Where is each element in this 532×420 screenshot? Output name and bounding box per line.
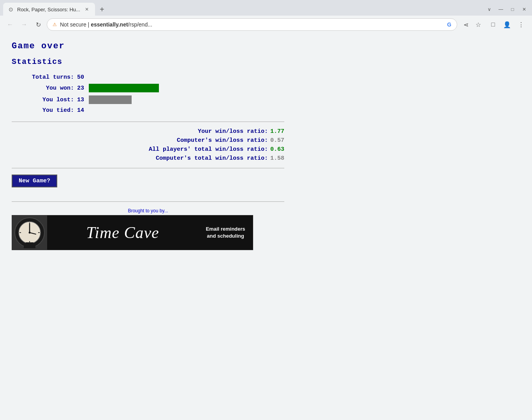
- computer-ratio-label: Computer's win/loss ratio:: [177, 137, 268, 144]
- tab-title: Rock, Paper, Scissors: Hu...: [17, 7, 80, 12]
- you-lost-label: You lost:: [12, 97, 74, 103]
- divider-3: [12, 201, 284, 202]
- ratio-section: Your win/loss ratio: 1.77 Computer's win…: [12, 128, 284, 162]
- page-content: Game over Statistics Total turns: 50 You…: [0, 34, 532, 420]
- you-tied-value: 14: [77, 107, 84, 114]
- all-players-ratio-row: All players' total win/loss ratio: 0.63: [12, 146, 284, 153]
- won-bar: [89, 84, 159, 92]
- total-turns-label: Total turns:: [12, 74, 74, 81]
- address-actions: ⋖ ☆: [460, 19, 484, 30]
- brought-by-text: Brought to you by...: [12, 208, 284, 214]
- divider-1: [12, 122, 284, 122]
- google-icon: G: [447, 21, 451, 28]
- forward-button[interactable]: →: [19, 19, 30, 30]
- all-players-ratio-label: All players' total win/loss ratio:: [149, 146, 268, 153]
- not-secure-label: Not secure |: [60, 21, 91, 28]
- browser-chrome: ⊙ Rock, Paper, Scissors: Hu... ✕ + ∨ — □…: [0, 0, 532, 34]
- chevron-down-icon[interactable]: ∨: [484, 5, 494, 14]
- ad-tagline: Email reminders and scheduling: [206, 226, 245, 240]
- you-tied-row: You tied: 14: [12, 107, 284, 114]
- you-tied-label: You tied:: [12, 107, 74, 114]
- ad-clock-image: [12, 215, 47, 250]
- svg-rect-6: [24, 244, 35, 248]
- clock-svg: [14, 217, 45, 248]
- computer-total-ratio-label: Computer's total win/loss ratio:: [156, 155, 268, 162]
- you-won-label: You won:: [12, 85, 74, 92]
- game-container: Game over Statistics Total turns: 50 You…: [12, 41, 284, 250]
- new-game-button[interactable]: New Game?: [12, 175, 57, 187]
- toolbar-right: □ 👤 ⋮: [487, 18, 527, 31]
- lost-bar: [89, 95, 132, 104]
- ad-banner[interactable]: Time Cave Email reminders and scheduling: [12, 215, 253, 250]
- active-tab[interactable]: ⊙ Rock, Paper, Scissors: Hu... ✕: [3, 3, 95, 16]
- address-box[interactable]: ⚠ Not secure | essentially.net/rsp/end..…: [47, 18, 457, 31]
- you-won-value: 23: [77, 85, 84, 92]
- your-ratio-row: Your win/loss ratio: 1.77: [12, 128, 284, 135]
- profile-button[interactable]: 👤: [501, 18, 513, 31]
- url-path: /rsp/end...: [128, 21, 152, 28]
- restore-button[interactable]: □: [508, 5, 517, 14]
- tab-bar: ⊙ Rock, Paper, Scissors: Hu... ✕ + ∨ — □…: [0, 0, 532, 16]
- security-warning-icon: ⚠: [53, 22, 57, 27]
- extensions-button[interactable]: □: [487, 18, 499, 31]
- computer-ratio-value: 0.57: [270, 137, 284, 144]
- address-url: Not secure | essentially.net/rsp/end...: [60, 21, 444, 28]
- total-turns-row: Total turns: 50: [12, 74, 284, 81]
- share-button[interactable]: ⋖: [460, 19, 471, 30]
- tab-close-icon[interactable]: ✕: [83, 6, 90, 13]
- menu-button[interactable]: ⋮: [515, 18, 527, 31]
- tab-favicon-icon: ⊙: [8, 6, 14, 12]
- total-turns-value: 50: [77, 74, 84, 81]
- reload-button[interactable]: ↻: [33, 19, 44, 30]
- computer-ratio-row: Computer's win/loss ratio: 0.57: [12, 137, 284, 144]
- close-window-button[interactable]: ✕: [520, 5, 529, 14]
- you-lost-value: 13: [77, 97, 84, 103]
- time-cave-label: Time Cave: [86, 223, 159, 242]
- all-players-ratio-value: 0.63: [270, 146, 284, 153]
- you-lost-row: You lost: 13: [12, 95, 284, 104]
- divider-2: [12, 168, 284, 168]
- statistics-title: Statistics: [12, 57, 284, 66]
- ad-brand-text: Time Cave: [47, 223, 198, 242]
- your-ratio-label: Your win/loss ratio:: [198, 128, 268, 135]
- computer-total-ratio-row: Computer's total win/loss ratio: 1.58: [12, 155, 284, 162]
- minimize-button[interactable]: —: [496, 5, 506, 14]
- domain: essentially.net: [91, 21, 128, 28]
- computer-total-ratio-value: 1.58: [270, 155, 284, 162]
- game-over-title: Game over: [12, 41, 284, 51]
- back-button[interactable]: ←: [5, 19, 16, 30]
- ad-tagline-area: Email reminders and scheduling: [198, 222, 253, 243]
- you-won-row: You won: 23: [12, 84, 284, 92]
- brought-by-section: Brought to you by...: [12, 208, 284, 250]
- stats-section: Total turns: 50 You won: 23 You lost: 13…: [12, 74, 284, 114]
- window-controls: ∨ — □ ✕: [484, 5, 529, 14]
- bookmark-icon[interactable]: ☆: [473, 19, 484, 30]
- new-tab-button[interactable]: +: [97, 4, 107, 15]
- address-bar-row: ← → ↻ ⚠ Not secure | essentially.net/rsp…: [0, 16, 532, 34]
- ad-tagline-line2: and scheduling: [207, 233, 244, 239]
- svg-point-4: [29, 232, 31, 234]
- ad-tagline-line1: Email reminders: [206, 226, 245, 232]
- your-ratio-value: 1.77: [270, 128, 284, 135]
